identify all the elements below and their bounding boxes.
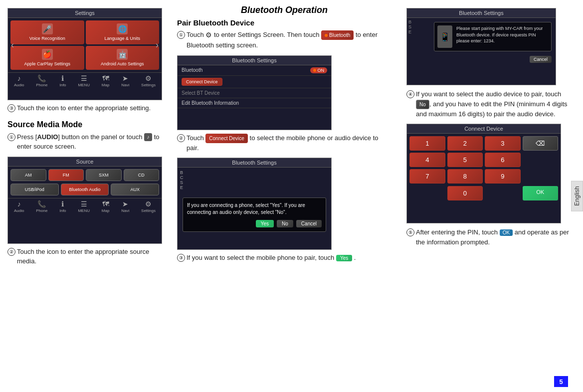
pin-btn-1[interactable]: 1 xyxy=(409,136,445,151)
bt-label: Bluetooth xyxy=(182,67,310,73)
pin-btn-3[interactable]: 3 xyxy=(485,136,521,151)
bt-edit-label: Edit Bluetooth Information xyxy=(182,100,239,106)
pin-empty2 xyxy=(523,169,559,184)
bt-step1-circle: ① xyxy=(177,31,185,39)
nav-menu[interactable]: ☰MENU xyxy=(78,74,90,87)
src-nav-settings[interactable]: ⚙Settings xyxy=(141,200,156,213)
dialog-bg-text-c: C xyxy=(180,175,329,180)
pair-title: Pair Bluetooth Device xyxy=(177,18,391,27)
nav-map[interactable]: 🗺Map xyxy=(102,74,110,87)
src-nav-navi[interactable]: ➤Navi xyxy=(121,200,129,213)
pin-backspace-btn[interactable]: ⌫ xyxy=(523,136,559,151)
source-am-btn[interactable]: AM xyxy=(10,169,46,181)
audio-bold: AUDIO xyxy=(37,133,58,141)
bt-step2-row: ② Touch Connect Device to select the mob… xyxy=(177,133,391,155)
audio-inline-icon: ♪ xyxy=(144,133,152,141)
bt-step3-text: If you want to select the mobile phone t… xyxy=(187,253,356,263)
nav-info[interactable]: ℹInfo xyxy=(59,74,66,87)
src-info-icon: ℹ xyxy=(61,200,64,208)
pin-btn-5[interactable]: 5 xyxy=(447,153,483,167)
step2-source-text: Touch the icon to enter the appropriate … xyxy=(17,247,162,266)
pin-btn-0[interactable]: 0 xyxy=(447,186,483,200)
bt-on-dot xyxy=(313,69,316,72)
nav-settings[interactable]: ⚙Settings xyxy=(141,74,156,87)
src-phone-icon: 📞 xyxy=(37,200,46,208)
source-cd-btn[interactable]: CD xyxy=(124,169,160,181)
pin-grid: 1 2 3 ⌫ 4 5 6 7 8 9 xyxy=(407,134,561,186)
settings-grid: 🎤 Voice Recognition 🌐 Language & Units 🍎… xyxy=(8,18,162,72)
settings-language-item[interactable]: 🌐 Language & Units xyxy=(86,20,160,44)
src-nav-audio[interactable]: ♪Audio xyxy=(14,200,24,213)
pin-btn-2[interactable]: 2 xyxy=(447,136,483,151)
map-nav-icon: 🗺 xyxy=(102,74,109,82)
src-map-icon: 🗺 xyxy=(102,200,109,208)
navi-nav-icon: ➤ xyxy=(122,74,128,82)
settings-android-item[interactable]: 🤖 Android Auto Settings xyxy=(86,46,160,70)
connect-device-title: Connect Device xyxy=(407,124,561,134)
nav-arrow-left[interactable]: ‹ xyxy=(9,40,16,50)
pin-btn-9[interactable]: 9 xyxy=(485,169,521,184)
source-buttons-row2: USB/iPod Bluetooth Audio AUX xyxy=(8,184,162,198)
pair-cancel-btn[interactable]: Cancel xyxy=(530,56,552,63)
bt-connect-row[interactable]: Connect Device xyxy=(178,76,331,88)
language-icon: 🌐 xyxy=(117,23,128,34)
page-number: 5 xyxy=(554,376,568,387)
bt-dot-inline xyxy=(325,34,328,37)
bt-settings-title2: Bluetooth Settings xyxy=(178,158,331,168)
source-fm-btn[interactable]: FM xyxy=(48,169,84,181)
bluetooth-inline-btn: Bluetooth xyxy=(321,30,354,40)
pin-btn-6[interactable]: 6 xyxy=(485,153,521,167)
bt-on-badge: ON xyxy=(310,67,328,73)
mid-column: Bluetooth Operation Pair Bluetooth Devic… xyxy=(170,0,399,392)
settings-carplay-item[interactable]: 🍎 Apple CarPlay Settings xyxy=(10,46,84,70)
source-usb-btn[interactable]: USB/iPod xyxy=(10,184,59,196)
src-navi-icon: ➤ xyxy=(122,200,128,208)
step5-circle: ⑤ xyxy=(406,228,414,236)
bt-settings-screenshot1: Bluetooth Settings Bluetooth ON Connect … xyxy=(177,55,332,130)
source-sxm-btn[interactable]: SXM xyxy=(86,169,122,181)
nav-phone[interactable]: 📞Phone xyxy=(36,74,47,87)
src-nav-map[interactable]: 🗺Map xyxy=(102,200,110,213)
bt-operation-title: Bluetooth Operation xyxy=(177,5,391,15)
dialog-bg-text-s: S xyxy=(180,180,329,185)
step5-text: After entering the PIN, touch OK and ope… xyxy=(416,227,576,247)
source-aux-btn[interactable]: AUX xyxy=(111,184,159,196)
source-nav-bar: ♪Audio 📞Phone ℹInfo ☰MENU 🗺Map ➤Navi ⚙Se… xyxy=(8,198,162,214)
src-nav-phone[interactable]: 📞Phone xyxy=(36,200,47,213)
settings-voice-item[interactable]: 🎤 Voice Recognition xyxy=(10,20,84,44)
nav-arrow-right[interactable]: › xyxy=(154,40,161,50)
phone-nav-icon: 📞 xyxy=(37,74,46,82)
android-icon: 🤖 xyxy=(117,49,128,60)
voice-label: Voice Recognition xyxy=(29,36,65,41)
audio-nav-icon: ♪ xyxy=(17,74,21,82)
nav-navi[interactable]: ➤Navi xyxy=(121,74,129,87)
bt-connect-device-btn[interactable]: Connect Device xyxy=(182,78,222,86)
pin-screenshot: Connect Device 1 2 3 ⌫ 4 5 6 7 8 9 0 OK xyxy=(406,124,561,223)
pin-btn-8[interactable]: 8 xyxy=(447,169,483,184)
dialog-yes-btn[interactable]: Yes xyxy=(256,220,274,227)
android-label: Android Auto Settings xyxy=(101,61,144,67)
source-bt-audio-btn[interactable]: Bluetooth Audio xyxy=(61,184,109,196)
right-bg-text-b: BSE xyxy=(408,19,430,54)
dialog-no-btn[interactable]: No xyxy=(277,220,293,227)
dialog-cancel-btn[interactable]: Cancel xyxy=(296,220,322,227)
pin-btn-7[interactable]: 7 xyxy=(409,169,445,184)
pair-dialog: 📱 Please start pairing with MY-CAR from … xyxy=(434,22,552,51)
bt-edit-row: Edit Bluetooth Information xyxy=(178,98,331,108)
step3-row: ③ Touch the icon to enter the appropriat… xyxy=(7,103,162,115)
nav-audio[interactable]: ♪Audio xyxy=(14,74,24,87)
pin-zero-spacer2 xyxy=(485,186,521,200)
step1-source-circle: ① xyxy=(7,133,15,141)
src-nav-info[interactable]: ℹInfo xyxy=(59,200,66,213)
step4-text: If you want to select the audio device t… xyxy=(416,89,576,119)
bt-step1-row: ① Touch ⚙ to enter Settings Screen. Then… xyxy=(177,30,391,52)
dialog-bg-text-b: B xyxy=(180,170,329,175)
bt-on-text: ON xyxy=(318,68,325,73)
bt-select-label: Select BT Device xyxy=(182,90,220,96)
pin-ok-btn[interactable]: OK xyxy=(523,186,559,200)
dialog-box: If you are connecting a phone, select "Y… xyxy=(183,197,326,232)
src-nav-menu[interactable]: ☰MENU xyxy=(78,200,90,213)
pin-btn-4[interactable]: 4 xyxy=(409,153,445,167)
dialog-text: If you are connecting a phone, select "Y… xyxy=(187,202,322,216)
step4-circle: ④ xyxy=(406,90,414,98)
